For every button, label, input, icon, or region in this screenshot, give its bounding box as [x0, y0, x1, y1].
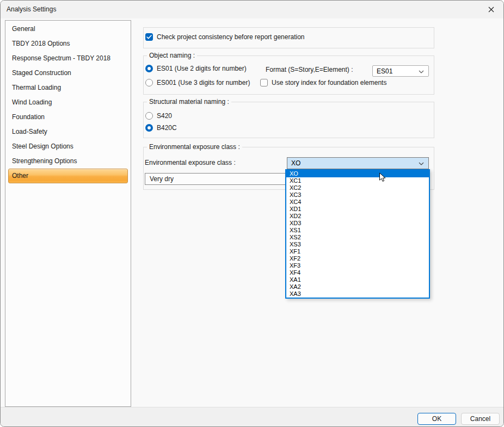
radio-es001[interactable] — [145, 79, 153, 86]
environmental-legend: Environmental exposure class : — [147, 143, 242, 151]
chevron-down-icon — [419, 159, 424, 167]
sidebar-item-other[interactable]: Other — [8, 169, 128, 183]
radio-s420[interactable] — [145, 112, 153, 120]
exposure-class-combobox[interactable]: XO — [287, 157, 429, 169]
check-icon — [146, 33, 152, 41]
radio-es001-label: ES001 (Use 3 digits for number) — [157, 79, 250, 86]
sidebar-item-thermal-loading[interactable]: Thermal Loading — [8, 81, 128, 95]
radio-b420c-row[interactable]: B420C — [145, 124, 177, 132]
sidebar-item-staged-construction[interactable]: Staged Construction — [8, 66, 128, 81]
sidebar-item-strengthening-options[interactable]: Strengthening Options — [8, 154, 128, 169]
dropdown-option-xc3[interactable]: XC3 — [286, 191, 429, 199]
cancel-button[interactable]: Cancel — [461, 413, 500, 425]
object-naming-legend: Object naming : — [147, 52, 197, 59]
radio-s420-label: S420 — [157, 112, 172, 120]
sidebar-item-steel-design-options[interactable]: Steel Design Options — [8, 139, 128, 154]
dropdown-option-xf2[interactable]: XF2 — [286, 255, 429, 262]
sidebar-item-foundation[interactable]: Foundation — [8, 110, 128, 125]
dropdown-option-xs3[interactable]: XS3 — [286, 241, 429, 248]
dropdown-option-xa3[interactable]: XA3 — [286, 290, 429, 298]
exposure-class-dropdown: XOXC1XC2XC3XC4XD1XD2XD3XS1XS2XS3XF1XF2XF… — [285, 169, 430, 299]
ok-button[interactable]: OK — [417, 413, 456, 425]
dropdown-option-xs2[interactable]: XS2 — [286, 234, 429, 241]
radio-es001-row[interactable]: ES001 (Use 3 digits for number) — [145, 79, 250, 86]
dropdown-option-xf1[interactable]: XF1 — [286, 248, 429, 255]
radio-b420c-label: B420C — [157, 124, 177, 132]
dropdown-option-xa2[interactable]: XA2 — [286, 283, 429, 290]
structural-material-legend: Structural material naming : — [147, 98, 231, 106]
dialog-footer: OK Cancel — [1, 407, 503, 427]
dialog-title: Analysis Settings — [7, 1, 56, 18]
analysis-settings-dialog: Analysis Settings GeneralTBDY 2018 Optio… — [0, 0, 504, 427]
consistency-checkbox-label: Check project consistency before report … — [157, 33, 304, 41]
consistency-checkbox[interactable] — [145, 33, 153, 41]
dropdown-option-xd2[interactable]: XD2 — [286, 213, 429, 220]
radio-s420-row[interactable]: S420 — [145, 112, 172, 120]
exposure-class-combobox-value: XO — [291, 159, 300, 167]
sidebar-item-response-spectrum-tbdy-2018[interactable]: Response Spectrum - TBDY 2018 — [8, 51, 128, 66]
dropdown-option-xs1[interactable]: XS1 — [286, 227, 429, 234]
radio-es01-label: ES01 (Use 2 digits for number) — [157, 65, 247, 72]
structural-material-group: Structural material naming : — [143, 102, 434, 138]
dropdown-option-xc4[interactable]: XC4 — [286, 199, 429, 206]
dropdown-option-xd3[interactable]: XD3 — [286, 220, 429, 227]
radio-b420c[interactable] — [145, 124, 153, 132]
format-combobox-value: ES01 — [377, 67, 392, 75]
dropdown-option-xf4[interactable]: XF4 — [286, 269, 429, 276]
settings-category-list: GeneralTBDY 2018 OptionsResponse Spectru… — [5, 20, 131, 407]
dropdown-option-xf3[interactable]: XF3 — [286, 262, 429, 269]
dropdown-option-xo[interactable]: XO — [286, 170, 429, 177]
consistency-checkbox-row[interactable]: Check project consistency before report … — [145, 33, 304, 41]
format-label: Format (S=Story,E=Element) : — [266, 66, 353, 73]
story-index-checkbox[interactable] — [260, 79, 268, 86]
radio-es01[interactable] — [145, 65, 153, 72]
story-index-checkbox-label: Use story index for foundation elements — [272, 79, 386, 86]
sidebar-item-load-safety[interactable]: Load-Safety — [8, 125, 128, 139]
dropdown-option-xa1[interactable]: XA1 — [286, 276, 429, 283]
radio-es01-row[interactable]: ES01 (Use 2 digits for number) — [145, 65, 247, 72]
close-icon — [488, 5, 494, 15]
sidebar-item-general[interactable]: General — [8, 22, 128, 36]
story-index-checkbox-row[interactable]: Use story index for foundation elements — [260, 79, 386, 86]
close-button[interactable] — [482, 2, 500, 17]
sidebar-item-wind-loading[interactable]: Wind Loading — [8, 95, 128, 110]
dropdown-option-xc2[interactable]: XC2 — [286, 184, 429, 191]
dropdown-option-xd1[interactable]: XD1 — [286, 206, 429, 213]
sidebar-item-tbdy-2018-options[interactable]: TBDY 2018 Options — [8, 36, 128, 51]
exposure-class-label: Environmental exposure class : — [145, 159, 236, 166]
chevron-down-icon — [419, 67, 424, 75]
format-combobox[interactable]: ES01 — [372, 65, 429, 77]
titlebar: Analysis Settings — [1, 1, 503, 18]
dropdown-option-xc1[interactable]: XC1 — [286, 177, 429, 184]
